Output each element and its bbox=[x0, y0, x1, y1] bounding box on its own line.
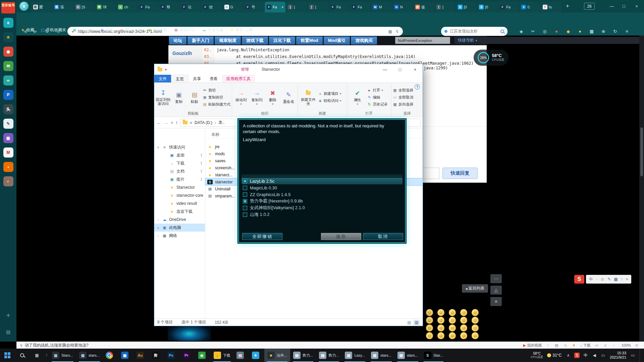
taskbar-app[interactable]: ↓ 下载 bbox=[211, 349, 233, 362]
back-to-list-button[interactable]: ◂ 返回列表 bbox=[462, 284, 488, 293]
paste-shortcut-button[interactable]: ▤粘贴快捷方式 bbox=[203, 101, 230, 107]
browser-tab[interactable]: F Fa × bbox=[328, 2, 350, 12]
bookmark-item[interactable]: ▢ 手机收藏夹 bbox=[41, 27, 66, 33]
browser-tab[interactable]: 0 0. × bbox=[519, 2, 540, 12]
nav-history-dropdown[interactable]: ∨ bbox=[171, 121, 173, 124]
bookmark-item[interactable]: ◎ 网址大全 bbox=[120, 27, 141, 33]
edit-button[interactable]: ✎编辑 bbox=[367, 94, 388, 100]
list-view-button[interactable]: ▤ bbox=[406, 320, 412, 325]
bookmark-item[interactable]: ☁ 中央气象 bbox=[202, 27, 224, 33]
taskbar-search-button[interactable] bbox=[15, 349, 30, 362]
smiley-icon[interactable]: ☺ bbox=[426, 309, 433, 316]
scrollbar-thumb[interactable] bbox=[640, 127, 643, 176]
bookmark-item[interactable]: G 谷歌 bbox=[101, 27, 114, 33]
browser-tab[interactable]: F 尊 × bbox=[159, 2, 180, 12]
browser-tab[interactable]: N N × bbox=[392, 2, 413, 12]
copy-to-button[interactable]: → 复制到 bbox=[249, 89, 264, 106]
browser-logo[interactable]: e bbox=[19, 2, 29, 11]
dock-app-icon[interactable]: e bbox=[3, 18, 13, 28]
select-none-button[interactable]: ▭全部取消 bbox=[393, 94, 413, 100]
browser-tab[interactable]: 0 [0 × bbox=[456, 2, 477, 12]
taskbar-app[interactable]: ▤ stars... bbox=[394, 349, 421, 362]
select-all-button[interactable]: ▦全部选择 bbox=[393, 87, 413, 93]
smiley-icon[interactable]: ☺ bbox=[449, 317, 456, 324]
dock-app-icon[interactable]: ∞ bbox=[3, 75, 13, 85]
browser-minimize-button[interactable]: — bbox=[606, 2, 618, 10]
forum-nav-button[interactable]: 游戏下载 bbox=[242, 37, 268, 45]
browser-tab[interactable]: F Fa × bbox=[137, 2, 158, 12]
taskbar-app[interactable] bbox=[103, 349, 118, 362]
cut-button[interactable]: ✂剪切 bbox=[203, 87, 230, 93]
browser-tab[interactable]: c ch × bbox=[116, 2, 137, 12]
tray-icon[interactable]: S bbox=[574, 353, 580, 358]
bottom-bar-tool[interactable]: ▶ 我的视频 bbox=[523, 343, 542, 348]
taskbar-app[interactable]: ▤ bbox=[233, 349, 249, 362]
browser-tab[interactable]: 接 接 × bbox=[413, 2, 434, 12]
taskbar-app[interactable]: ✈ bbox=[249, 349, 264, 362]
quick-nav-button[interactable]: 快捷导航 bbox=[454, 37, 642, 44]
bottom-bar-tool[interactable]: ◌ bbox=[613, 343, 616, 347]
taskbar-app[interactable]: ▣ bbox=[118, 349, 133, 362]
dock-add-button[interactable]: + bbox=[0, 312, 16, 319]
expand-arrow-icon[interactable]: › bbox=[156, 234, 160, 238]
tree-item[interactable]: ↓ 下载 bbox=[154, 159, 205, 167]
browser-tab[interactable]: M M × bbox=[371, 2, 392, 12]
smiley-icon[interactable]: ☺ bbox=[472, 317, 479, 324]
taskbar-app[interactable]: 剪 bbox=[149, 349, 164, 362]
smiley-icon[interactable]: ☺ bbox=[437, 332, 444, 339]
close-button[interactable]: × bbox=[408, 64, 423, 75]
mod-checkbox[interactable] bbox=[243, 186, 247, 190]
ime-tool-icon[interactable]: ▦ bbox=[614, 277, 618, 282]
nav-forward-button[interactable]: → bbox=[164, 120, 168, 125]
smiley-icon[interactable]: ☺ bbox=[437, 309, 444, 316]
taskbar-app[interactable]: ▤ 势力... bbox=[316, 349, 342, 362]
mod-checkbox[interactable] bbox=[243, 199, 247, 203]
delete-button[interactable]: ✖ 删除 bbox=[265, 89, 280, 106]
tray-icon[interactable]: 中 bbox=[583, 353, 588, 358]
dock-app-icon[interactable]: 头 bbox=[3, 104, 13, 114]
bottom-bar-tool[interactable]: ▤ bbox=[555, 343, 559, 348]
bookmark-item[interactable]: ▣ 游戏大全 bbox=[73, 27, 94, 33]
bookmark-item[interactable]: ◉ 360搜索 bbox=[148, 27, 168, 33]
new-tab-button[interactable]: + bbox=[566, 3, 569, 9]
forum-nav-button[interactable]: 汉化下载 bbox=[269, 37, 295, 45]
tab-home[interactable]: 主页 bbox=[171, 75, 189, 82]
browser-tab[interactable]: 球 球 × bbox=[95, 2, 116, 12]
paste-button[interactable]: ▤ 粘贴 bbox=[187, 91, 202, 104]
bookmark-item[interactable]: ★ 首页-上网 bbox=[230, 27, 253, 33]
tab-view[interactable]: 查看 bbox=[205, 75, 222, 82]
smiley-icon[interactable]: ☺ bbox=[426, 332, 433, 339]
browser-tab[interactable]: [ [ × bbox=[434, 2, 455, 12]
login-badge[interactable]: 登录账号 bbox=[1, 2, 15, 13]
smiley-icon[interactable]: ☺ bbox=[472, 324, 479, 331]
smiley-icon[interactable]: ☺ bbox=[449, 324, 456, 331]
sogou-logo-icon[interactable]: S bbox=[574, 275, 584, 284]
tree-item[interactable]: ∨ ▣ 此电脑 bbox=[154, 224, 205, 232]
taskbar-clock[interactable]: 15:33 2021/9/21 bbox=[610, 351, 626, 360]
smiley-icon[interactable]: ☺ bbox=[437, 324, 444, 331]
save-button[interactable]: 保存 bbox=[321, 233, 361, 240]
taskbar-app[interactable]: Au bbox=[133, 349, 149, 362]
taskbar-app[interactable]: ▤ stars... bbox=[368, 349, 394, 362]
nav-back-button[interactable]: ← bbox=[157, 120, 161, 125]
breadcrumb-folder[interactable]: 龙.. bbox=[218, 120, 225, 125]
details-view-button[interactable]: ▦ bbox=[414, 320, 420, 325]
taskbar-app[interactable]: Ps bbox=[164, 349, 180, 362]
forum-nav-button[interactable]: 前置Mod bbox=[296, 37, 323, 45]
dock-app-icon[interactable]: ● bbox=[3, 162, 13, 172]
taskbar-app[interactable]: ◉ bbox=[195, 349, 211, 362]
tree-item[interactable]: ▣ 图片 bbox=[154, 175, 205, 183]
page-scrollbar[interactable] bbox=[639, 36, 644, 342]
browser-tab[interactable]: F 饺 × bbox=[201, 2, 222, 12]
taskbar-app[interactable]: ▤ 势力... bbox=[290, 349, 316, 362]
task-view-button[interactable]: ▦ bbox=[30, 349, 44, 362]
cpu-temp-tray[interactable]: 58°C CPU温度 bbox=[531, 352, 543, 359]
smiley-icon[interactable]: ☺ bbox=[460, 324, 467, 331]
mod-row[interactable]: 女武神组织[Valkyrians] 2.1.0 bbox=[241, 204, 402, 211]
tree-item[interactable]: › ☁ OneDrive bbox=[154, 216, 205, 224]
taskbar-app[interactable]: S Star... bbox=[421, 349, 446, 362]
mod-checkbox[interactable] bbox=[243, 213, 247, 217]
tab-share[interactable]: 共享 bbox=[189, 75, 205, 82]
smiley-icon[interactable]: ☺ bbox=[449, 309, 456, 316]
smiley-icon[interactable]: ☺ bbox=[472, 309, 479, 316]
